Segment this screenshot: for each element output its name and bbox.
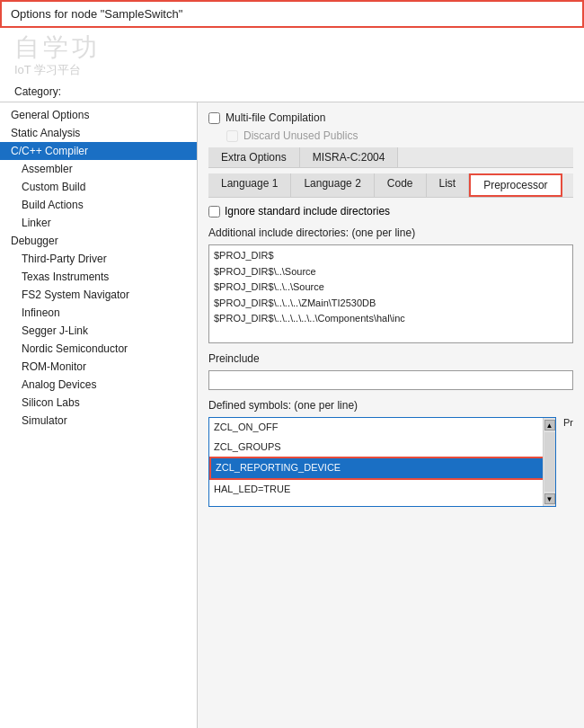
include-dir-item: $PROJ_DIR$ bbox=[214, 248, 568, 264]
sidebar-item-general-options[interactable]: General Options bbox=[0, 106, 197, 124]
preinclude-label: Preinclude bbox=[208, 352, 573, 365]
multifile-checkbox[interactable] bbox=[208, 112, 220, 124]
ignore-standard-row: Ignore standard include directories bbox=[208, 205, 573, 218]
sidebar-item-rom-monitor[interactable]: ROM-Monitor bbox=[0, 358, 197, 376]
main-content: General OptionsStatic AnalysisC/C++ Comp… bbox=[0, 102, 584, 728]
include-dir-item: $PROJ_DIR$\..\..\Source bbox=[214, 280, 568, 296]
symbols-with-scroll: ZCL_ON_OFFZCL_GROUPSZCL_REPORTING_DEVICE… bbox=[208, 417, 556, 507]
tab-list[interactable]: List bbox=[427, 173, 470, 197]
pr-label: Pr bbox=[563, 417, 573, 428]
sidebar-item-simulator[interactable]: Simulator bbox=[0, 412, 197, 430]
tab-language1[interactable]: Language 1 bbox=[208, 173, 291, 197]
scroll-down-arrow[interactable]: ▼ bbox=[544, 493, 555, 504]
sidebar-item-assembler[interactable]: Assembler bbox=[0, 160, 197, 178]
symbols-scrollbar[interactable]: ▲ ▼ bbox=[543, 418, 555, 506]
multifile-label: Multi-file Compilation bbox=[226, 111, 325, 124]
defined-symbols-box[interactable]: ZCL_ON_OFFZCL_GROUPSZCL_REPORTING_DEVICE… bbox=[208, 417, 556, 507]
sidebar-item-linker[interactable]: Linker bbox=[0, 214, 197, 232]
dialog-title: Options for node "SampleSwitch" bbox=[11, 7, 182, 21]
scroll-track bbox=[544, 432, 555, 492]
watermark-chinese: 自学功 bbox=[14, 35, 101, 60]
include-dir-item: $PROJ_DIR$\..\Source bbox=[214, 264, 568, 280]
preinclude-input[interactable] bbox=[208, 370, 573, 390]
defined-symbols-label: Defined symbols: (one per line) bbox=[208, 399, 573, 412]
sidebar-item-debugger[interactable]: Debugger bbox=[0, 232, 197, 250]
discard-checkbox[interactable] bbox=[226, 130, 238, 142]
include-dirs-box[interactable]: $PROJ_DIR$$PROJ_DIR$\..\Source$PROJ_DIR$… bbox=[208, 244, 573, 343]
sidebar-item-build-actions[interactable]: Build Actions bbox=[0, 196, 197, 214]
tab-language2[interactable]: Language 2 bbox=[291, 173, 374, 197]
include-dirs-label: Additional include directories: (one per… bbox=[208, 226, 573, 239]
tabs-row1: Extra Options MISRA-C:2004 bbox=[208, 147, 573, 168]
sidebar-item-silicon-labs[interactable]: Silicon Labs bbox=[0, 394, 197, 412]
pr-checkbox-area: Pr bbox=[563, 417, 573, 428]
symbol-item-zcl-groups[interactable]: ZCL_GROUPS bbox=[209, 438, 555, 457]
sidebar-item-segger-j-link[interactable]: Segger J-Link bbox=[0, 322, 197, 340]
dialog: Options for node "SampleSwitch" 自学功 IoT … bbox=[0, 0, 584, 728]
watermark-area: 自学功 IoT 学习平台 bbox=[0, 28, 584, 82]
include-dir-item: $PROJ_DIR$\..\..\..\..\..\Components\hal… bbox=[214, 311, 568, 327]
sidebar-item-custom-build[interactable]: Custom Build bbox=[0, 178, 197, 196]
category-label: Category: bbox=[0, 82, 584, 102]
discard-row: Discard Unused Publics bbox=[208, 129, 573, 142]
left-panel: General OptionsStatic AnalysisC/C++ Comp… bbox=[0, 102, 198, 728]
symbol-item-zcl-on-off[interactable]: ZCL_ON_OFF bbox=[209, 418, 555, 438]
tab-extra-options[interactable]: Extra Options bbox=[208, 147, 300, 167]
sidebar-item-infineon[interactable]: Infineon bbox=[0, 304, 197, 322]
right-inner: Multi-file Compilation Discard Unused Pu… bbox=[198, 102, 584, 728]
dialog-title-bar: Options for node "SampleSwitch" bbox=[0, 0, 584, 28]
bottom-row: ZCL_ON_OFFZCL_GROUPSZCL_REPORTING_DEVICE… bbox=[208, 417, 573, 507]
right-panel: Multi-file Compilation Discard Unused Pu… bbox=[198, 102, 584, 728]
sidebar-item-static-analysis[interactable]: Static Analysis bbox=[0, 124, 197, 142]
scroll-up-arrow[interactable]: ▲ bbox=[544, 420, 555, 431]
sidebar-item-nordic-semiconductor[interactable]: Nordic Semiconductor bbox=[0, 340, 197, 358]
ignore-standard-checkbox[interactable] bbox=[208, 206, 220, 218]
sidebar-item-texas-instruments[interactable]: Texas Instruments bbox=[0, 268, 197, 286]
multifile-row: Multi-file Compilation bbox=[208, 111, 573, 124]
sidebar-item-third-party-driver[interactable]: Third-Party Driver bbox=[0, 250, 197, 268]
ignore-standard-label: Ignore standard include directories bbox=[225, 205, 390, 218]
tab-preprocessor[interactable]: Preprocessor bbox=[469, 173, 562, 197]
discard-label: Discard Unused Publics bbox=[243, 129, 358, 142]
tabs-row2: Language 1 Language 2 Code List Preproce… bbox=[208, 173, 573, 198]
include-dir-item: $PROJ_DIR$\..\..\..\ZMain\TI2530DB bbox=[214, 296, 568, 312]
tab-misra[interactable]: MISRA-C:2004 bbox=[300, 147, 399, 167]
sidebar-item-cpp-compiler[interactable]: C/C++ Compiler bbox=[0, 142, 197, 160]
sidebar-item-fs2-system-navigator[interactable]: FS2 System Navigator bbox=[0, 286, 197, 304]
sidebar-item-analog-devices[interactable]: Analog Devices bbox=[0, 376, 197, 394]
symbol-item-hal-led[interactable]: HAL_LED=TRUE bbox=[209, 480, 555, 500]
symbol-item-zcl-reporting-device[interactable]: ZCL_REPORTING_DEVICE bbox=[209, 457, 555, 480]
tab-code[interactable]: Code bbox=[375, 173, 427, 197]
watermark-iot: IoT 学习平台 bbox=[14, 62, 81, 78]
